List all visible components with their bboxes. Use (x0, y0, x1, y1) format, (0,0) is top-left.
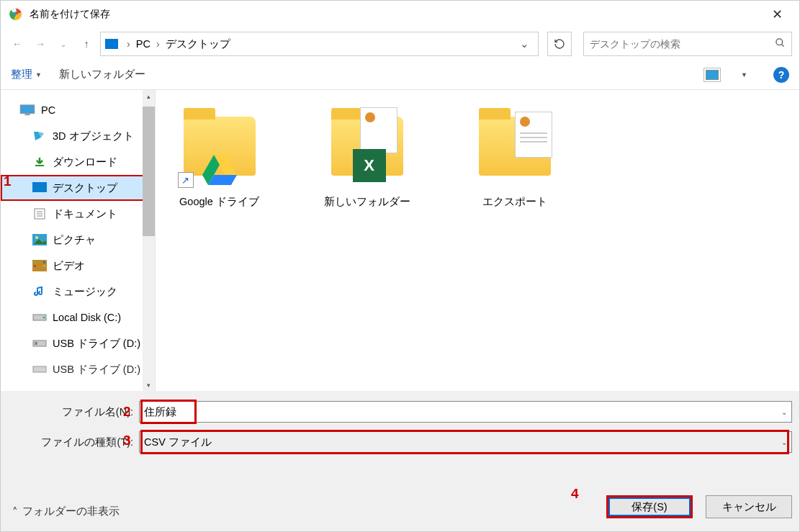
highlight-box-3 (140, 430, 789, 454)
file-list[interactable]: ↗ Google ドライブ X 新しいフォルダー エクスポート (156, 90, 799, 391)
tree-desktop[interactable]: デスクトップ (1, 175, 155, 201)
folder-icon (472, 103, 558, 189)
dropdown-icon[interactable]: ⌄ (781, 408, 787, 416)
file-label: 新しいフォルダー (324, 195, 410, 209)
hide-folders-toggle[interactable]: ˄ フォルダーの非表示 (12, 505, 120, 518)
file-label: Google ドライブ (179, 195, 259, 209)
filename-label: ファイル名(N): (8, 405, 133, 419)
breadcrumb-folder[interactable]: デスクトップ (163, 37, 233, 51)
tree-label: USB ドライブ (D:) (53, 337, 140, 351)
file-label: エクスポート (482, 195, 547, 209)
folder-icon: ↗ (176, 103, 263, 189)
svg-rect-20 (43, 261, 45, 263)
shortcut-icon: ↗ (178, 172, 194, 188)
annotation-2: 2 (123, 404, 131, 420)
tree-local-disk-c[interactable]: Local Disk (C:) (1, 305, 155, 330)
tree-label: デスクトップ (53, 181, 117, 195)
chevron-up-icon: ˄ (12, 506, 18, 518)
refresh-button[interactable] (547, 32, 572, 56)
annotation-1: 1 (4, 173, 12, 189)
svg-rect-26 (33, 366, 46, 372)
file-item-export[interactable]: エクスポート (455, 103, 574, 209)
tree-downloads[interactable]: ダウンロード (1, 149, 155, 175)
excel-icon: X (353, 149, 386, 182)
dropdown-icon: ▼ (35, 71, 42, 78)
annotation-4: 4 (571, 486, 579, 502)
filename-input[interactable]: 住所録 ⌄ (139, 401, 792, 423)
forward-button[interactable]: → (31, 35, 50, 53)
annotation-3: 3 (123, 433, 131, 448)
tree-usb-drive-d[interactable]: USB ドライブ (D:) (1, 330, 155, 356)
breadcrumb-pc[interactable]: PC (133, 38, 153, 50)
svg-rect-9 (32, 182, 47, 192)
organize-menu[interactable]: 整理▼ (11, 68, 42, 81)
tree-label: USB ドライブ (D:) (53, 363, 140, 377)
file-item-new-folder[interactable]: X 新しいフォルダー (307, 103, 426, 209)
help-button[interactable]: ? (773, 67, 789, 83)
svg-line-3 (781, 44, 783, 46)
scroll-down-icon[interactable]: ▾ (143, 379, 155, 391)
close-icon[interactable]: ✕ (760, 4, 794, 25)
view-button[interactable] (704, 68, 721, 82)
highlight-box-2 (140, 400, 197, 424)
svg-rect-18 (34, 261, 36, 263)
svg-rect-4 (20, 105, 35, 114)
svg-point-2 (776, 39, 783, 45)
tree-3d-objects[interactable]: 3D オブジェクト (1, 123, 155, 149)
svg-rect-21 (43, 265, 45, 267)
recent-dropdown-icon[interactable]: ⌄ (54, 35, 73, 53)
tree-label: ピクチャ (53, 233, 96, 247)
address-dropdown-icon[interactable]: ⌄ (516, 38, 534, 50)
tree-documents[interactable]: ドキュメント (1, 201, 155, 227)
bottom-panel: ファイル名(N): 住所録 ⌄ ファイルの種類(T): CSV ファイル ⌄ ˄… (1, 391, 799, 531)
tree-label: PC (41, 104, 55, 116)
tree-pictures[interactable]: ピクチャ (1, 227, 155, 253)
address-bar[interactable]: › PC › デスクトップ ⌄ (100, 32, 539, 56)
window-title: 名前を付けて保存 (30, 8, 760, 21)
new-folder-button[interactable]: 新しいフォルダー (59, 68, 145, 81)
desktop-icon (105, 39, 118, 49)
tree-pc[interactable]: PC (1, 97, 155, 123)
google-drive-icon (202, 155, 237, 185)
svg-point-15 (35, 236, 38, 239)
view-dropdown-icon[interactable]: ▼ (741, 71, 747, 78)
folder-icon: X (324, 103, 410, 189)
scroll-thumb[interactable] (143, 107, 155, 236)
svg-rect-8 (35, 165, 44, 166)
search-box[interactable] (583, 32, 792, 56)
tree-label: ドキュメント (53, 207, 117, 221)
chrome-icon (9, 8, 22, 21)
tree-usb-drive-d-2[interactable]: USB ドライブ (D:) (1, 356, 155, 382)
breadcrumb-sep: › (124, 38, 133, 50)
sidebar-scrollbar[interactable]: ▴ ▾ (143, 90, 155, 391)
scroll-up-icon[interactable]: ▴ (143, 90, 155, 102)
svg-rect-5 (24, 114, 30, 115)
tree-label: 3D オブジェクト (53, 130, 134, 143)
toolbar: 整理▼ 新しいフォルダー ▼ ? (1, 60, 799, 90)
tree-label: ビデオ (53, 259, 85, 273)
tree-label: Local Disk (C:) (53, 312, 121, 323)
breadcrumb-sep: › (153, 38, 163, 50)
tree-music[interactable]: ミュージック (1, 279, 155, 305)
up-button[interactable]: ↑ (77, 35, 96, 53)
save-button[interactable]: 保存(S) (606, 495, 693, 518)
svg-point-23 (43, 317, 45, 319)
titlebar: 名前を付けて保存 ✕ (1, 1, 799, 28)
tree-label: ダウンロード (53, 155, 117, 169)
nav-row: ← → ⌄ ↑ › PC › デスクトップ ⌄ (1, 28, 799, 60)
filetype-label: ファイルの種類(T): (8, 436, 133, 449)
search-icon[interactable] (775, 37, 786, 50)
tree-label: ミュージック (53, 285, 117, 299)
tree-videos[interactable]: ビデオ (1, 253, 155, 279)
search-input[interactable] (590, 38, 775, 50)
document-icon (515, 112, 552, 158)
svg-rect-25 (35, 342, 37, 345)
cancel-button[interactable]: キャンセル (706, 495, 792, 518)
back-button[interactable]: ← (8, 35, 27, 53)
svg-rect-19 (34, 265, 36, 267)
file-item-google-drive[interactable]: ↗ Google ドライブ (160, 103, 279, 209)
hide-folders-label: フォルダーの非表示 (22, 505, 120, 518)
sidebar: PC 3D オブジェクト ダウンロード デスクトップ ドキュメント (1, 90, 156, 391)
